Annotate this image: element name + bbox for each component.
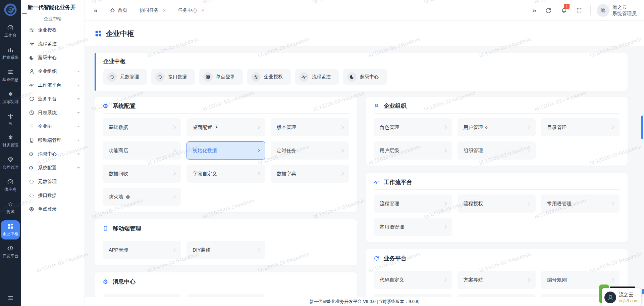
support-agent-icon	[604, 292, 616, 303]
chevron-right-icon	[443, 202, 446, 205]
title-underline	[22, 13, 27, 14]
chevron-right-icon	[172, 148, 176, 152]
rail-item-10[interactable]: 开发平台	[1, 243, 20, 262]
main-area: 企业中枢 企业中枢 元数管理 接口数据 单点登录 企业授权 流程监控 超级中心	[85, 21, 644, 306]
feature-mobile-1[interactable]: DIY装修	[186, 241, 265, 259]
feature-org-3[interactable]: 用户层级	[374, 141, 452, 160]
feature-mobile-0[interactable]: APP管理	[103, 241, 181, 259]
quick-card-title: 企业中枢	[103, 58, 620, 65]
gem-icon	[7, 156, 14, 163]
rail-item-7[interactable]: 供应商	[1, 176, 20, 195]
refresh-icon[interactable]	[545, 7, 552, 14]
quick-chip-3[interactable]: 企业授权	[247, 69, 291, 85]
feature-system_config-0[interactable]: 基础数据	[103, 118, 181, 136]
quick-chip-4[interactable]: 流程监控	[295, 69, 339, 85]
feature-business-0[interactable]: 代码自定义	[374, 271, 452, 289]
feature-workflow-3[interactable]: 常用语管理	[374, 218, 452, 236]
quick-chip-1[interactable]: 接口数据	[151, 69, 195, 85]
rail-item-8[interactable]: ☆ 测试	[1, 198, 20, 217]
feature-workflow-0[interactable]: 流程管理	[374, 194, 452, 213]
chat-widget: 流之云 cojz8.com	[597, 282, 644, 306]
chevron-right-icon	[172, 125, 176, 129]
feature-label: 数据回收	[109, 171, 128, 177]
sidebar-item-3[interactable]: 企业组织	[21, 64, 85, 78]
close-icon[interactable]: ×	[163, 7, 166, 13]
feature-system_config-5[interactable]: 定时任务	[271, 141, 349, 160]
rail-collapse-menu-icon[interactable]	[7, 295, 14, 301]
sidebar-item-9[interactable]: ⚙ 消息中心	[21, 147, 85, 161]
sidebar-item-6[interactable]: 日志系统	[21, 106, 85, 120]
chevron-right-icon	[610, 278, 614, 281]
feature-system_config-9[interactable]: 防火墙	[103, 188, 181, 206]
feature-label: 字段自定义	[193, 171, 217, 177]
bell-icon[interactable]: 1	[560, 7, 567, 14]
feature-org-2[interactable]: 目录管理	[541, 118, 620, 136]
card-org: 企业组织 角色管理 用户管理 ◊ 目录管理 用户层级 组织管理	[366, 97, 628, 166]
sidebar-item-1[interactable]: 流程监控	[21, 37, 85, 51]
sidebar-item-7[interactable]: 企业BI	[21, 120, 85, 133]
fullscreen-icon[interactable]	[576, 7, 582, 13]
rail-item-2[interactable]: 基础信息	[1, 66, 20, 85]
chevron-right-icon	[172, 195, 176, 199]
quick-chip-5[interactable]: 超级中心	[343, 69, 387, 85]
feature-system_config-2[interactable]: 版本管理	[271, 118, 349, 136]
rail-item-0[interactable]: 工作台	[1, 22, 20, 41]
list-icon	[7, 69, 14, 75]
feature-workflow-2[interactable]: 常用语管理	[541, 194, 620, 213]
feature-label: 数据字典	[277, 171, 296, 177]
user-menu[interactable]: 流 流之云 系统管理员	[597, 4, 637, 17]
feature-org-1[interactable]: 用户管理 ◊	[458, 118, 536, 136]
dashed-circle-icon	[107, 72, 117, 82]
feature-system_config-4[interactable]: 初始化数据	[186, 141, 265, 160]
feature-system_config-6[interactable]: 数据回收	[103, 165, 181, 183]
expand-right-icon[interactable]: »	[533, 7, 536, 14]
sidebar-item-0[interactable]: 企业授权	[21, 23, 85, 37]
quick-chip-2[interactable]: 单点登录	[199, 69, 243, 85]
close-icon[interactable]: ×	[201, 7, 204, 13]
rail-item-4[interactable]: Ai	[1, 111, 20, 129]
sso-icon	[203, 72, 213, 82]
sidebar-item-11[interactable]: 元数管理	[21, 175, 85, 188]
rail-item-3[interactable]: ❄ 演示功能	[1, 88, 20, 107]
quick-chip-0[interactable]: 元数管理	[103, 69, 147, 85]
sidebar-item-10[interactable]: ⚙ 系统配置	[21, 161, 85, 175]
feature-org-4[interactable]: 组织管理	[458, 141, 536, 160]
rail-item-6[interactable]: 合同管理	[1, 154, 20, 173]
sidebar-item-5[interactable]: 业务平台	[21, 92, 85, 106]
feature-system_config-8[interactable]: 数据字典	[271, 165, 349, 183]
sidebar-item-2[interactable]: 超级中心	[21, 51, 85, 64]
chevron-right-icon	[443, 225, 446, 228]
feature-label: 用户层级	[380, 147, 399, 154]
tab-0[interactable]: 首页	[110, 7, 127, 13]
sidebar-item-13[interactable]: 单点登录	[21, 202, 85, 216]
feature-system_config-7[interactable]: 字段自定义	[186, 165, 265, 183]
bar-chart-icon	[7, 46, 14, 53]
tabs-container: 首页 协同任务 × 任务中心 ×	[110, 7, 217, 13]
tab-2[interactable]: 任务中心 ×	[178, 7, 204, 13]
feature-org-0[interactable]: 角色管理	[374, 118, 452, 136]
feature-label: 防火墙	[109, 194, 123, 200]
tab-1[interactable]: 协同任务 ×	[140, 7, 166, 13]
rail-item-5[interactable]: ❄ 财务管理	[1, 132, 20, 151]
scrollbar-thumb[interactable]	[641, 116, 643, 139]
feature-system_config-1[interactable]: 桌面配置	[186, 118, 265, 136]
feature-business-1[interactable]: 方案导航	[458, 271, 536, 289]
left-rail: 工作台 档案系统 基础信息 ❄ 演示功能 Ai ❄ 财务管理 合同管理 供应商 …	[0, 0, 21, 306]
home-icon	[110, 7, 115, 13]
feature-system_config-3[interactable]: 功能商店	[103, 141, 181, 160]
chevron-right-icon	[610, 202, 614, 205]
rail-item-label: Ai	[9, 121, 12, 126]
chat-widget-card[interactable]: 流之云 cojz8.com	[602, 288, 641, 306]
feature-workflow-1[interactable]: 流程授权	[458, 194, 536, 213]
sidebar-item-12[interactable]: 接口数据	[21, 188, 85, 202]
gear-icon: ⚙	[29, 165, 35, 170]
feature-label: DIY装修	[193, 247, 210, 253]
sidebar-item-8[interactable]: 移动端管理	[21, 133, 85, 147]
rail-item-9[interactable]: 企业中枢	[1, 220, 20, 239]
phone-icon	[29, 137, 35, 143]
rail-item-1[interactable]: 档案系统	[1, 44, 20, 63]
sidebar-item-4[interactable]: 工作流平台	[21, 78, 85, 92]
collapse-left-icon[interactable]: «	[94, 7, 98, 14]
rail-item-label: 档案系统	[2, 55, 18, 60]
card-title: 消息中心	[113, 278, 136, 286]
